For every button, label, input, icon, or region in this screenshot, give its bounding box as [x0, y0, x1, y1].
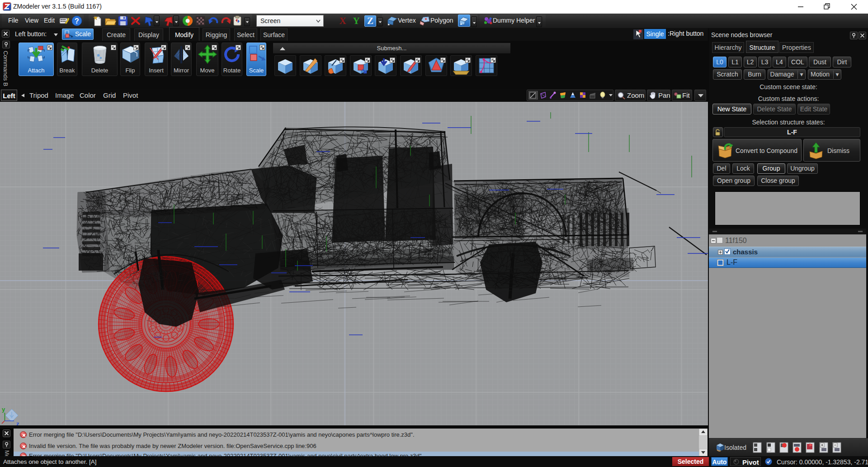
- svg-text:X: X: [339, 15, 346, 26]
- svg-text:Z: Z: [367, 15, 373, 26]
- svg-text:y: y: [2, 406, 5, 413]
- svg-text:?: ?: [75, 17, 79, 25]
- svg-text:Y: Y: [353, 15, 359, 26]
- svg-text:z: z: [16, 420, 19, 425]
